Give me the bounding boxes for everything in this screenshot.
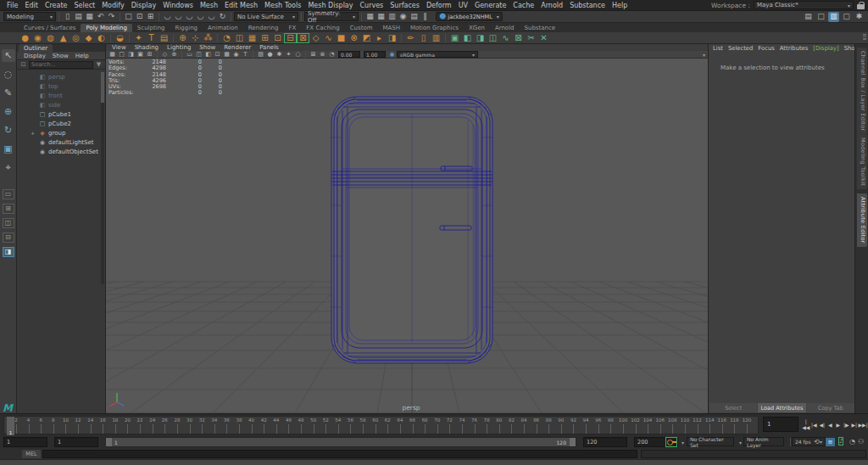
duplicate-face-icon[interactable]: ▸	[373, 33, 386, 43]
playback-start-field[interactable]: 1	[54, 437, 98, 447]
poly-cone-icon[interactable]: ▲	[57, 33, 70, 43]
poly-cylinder-icon[interactable]: ◍	[44, 33, 57, 43]
layout-two-pane-stacked-icon[interactable]: ⊟	[3, 232, 14, 243]
retopologize-icon[interactable]: ⊞	[259, 33, 271, 43]
field-chart-icon[interactable]: ●	[265, 51, 275, 58]
shelf-tab-mash[interactable]: MASH	[378, 24, 406, 32]
range-slider-bar[interactable]: 1 120	[105, 437, 576, 447]
paint-select-tool-icon[interactable]: ✎	[2, 87, 15, 99]
workspace-settings-icon[interactable]: ✱	[854, 12, 865, 22]
shelf-scrollbar[interactable]	[863, 34, 866, 42]
outliner-item-pcube1[interactable]: □pCube1	[17, 109, 105, 119]
mirror-icon[interactable]: ◨	[386, 33, 398, 43]
layout-four-pane-icon[interactable]: ⊞	[3, 204, 14, 214]
reduce-icon[interactable]: ◫	[233, 33, 246, 43]
save-scene-icon[interactable]: ▦	[84, 12, 95, 22]
slide-edge-icon[interactable]: ✕	[537, 33, 550, 43]
multi-cut-icon[interactable]: ◧	[461, 33, 474, 43]
tab-channel-box-layer-editor[interactable]: Channel Box / Layer Editor	[857, 48, 867, 134]
menu-surfaces[interactable]: Surfaces	[387, 2, 423, 9]
lock-camera-icon[interactable]: □	[117, 51, 126, 58]
outliner-tab[interactable]: Outliner	[19, 44, 53, 52]
menu-mesh-display[interactable]: Mesh Display	[304, 2, 356, 9]
sweep-mesh-icon[interactable]: ✦	[132, 33, 145, 43]
ae-menu-display[interactable]: Display	[810, 45, 841, 52]
select-by-hierarchy-icon[interactable]: □	[123, 12, 134, 22]
xray-joints-icon[interactable]: ⊗	[318, 51, 327, 58]
mute-audio-icon[interactable]: ♪	[839, 438, 843, 445]
shelf-tab-poly-modeling[interactable]: Poly Modeling	[81, 24, 131, 32]
outliner-menu-display[interactable]: Display	[20, 53, 49, 59]
select-camera-icon[interactable]: ▦	[108, 51, 117, 58]
viewport-canvas[interactable]	[106, 44, 708, 413]
poly-disc-icon[interactable]: ◐	[95, 33, 108, 43]
undo-icon[interactable]: ↶	[95, 12, 106, 22]
separate-icon[interactable]: ⁂	[202, 33, 214, 43]
menu-set-select[interactable]: Modeling▾	[3, 12, 56, 21]
menu-uv[interactable]: UV	[455, 2, 471, 9]
copy-tab-button[interactable]: Copy Tab	[807, 403, 854, 412]
tab-modeling-toolkit[interactable]: Modeling Toolkit	[857, 134, 867, 189]
light-editor-icon[interactable]: ▤	[409, 12, 420, 22]
menu-create[interactable]: Create	[42, 2, 71, 9]
ae-menu-focus[interactable]: Focus	[755, 45, 776, 52]
snap-to-projected-center-icon[interactable]: ◡	[195, 12, 206, 22]
anim-layer-select[interactable]: No Anim Layer	[743, 437, 784, 446]
outliner-menu-help[interactable]: Help	[72, 53, 92, 59]
redo-icon[interactable]: ↷	[106, 12, 117, 22]
outliner-item-persp[interactable]: ◧persp	[17, 72, 105, 81]
extrude-icon[interactable]: ⊡	[271, 33, 284, 43]
layout-outliner-persp-icon[interactable]: ◨	[3, 247, 14, 257]
offset-edge-loop-icon[interactable]: ◫	[487, 33, 499, 43]
shadows-icon[interactable]: ▦	[222, 51, 231, 58]
new-scene-icon[interactable]: ▯	[62, 12, 73, 22]
live-surface-field[interactable]: No Live Surface▾	[234, 12, 298, 21]
create-polygon-icon[interactable]: ▯	[417, 33, 430, 43]
outliner-item-front[interactable]: ◧front	[17, 91, 105, 100]
outliner-item-group[interactable]: +◈group	[17, 128, 105, 137]
shelf-tab-arnold[interactable]: Arnold	[490, 24, 520, 32]
resolution-gate-icon[interactable]: ✱	[275, 51, 284, 58]
poly-plane-icon[interactable]: ◆	[82, 33, 95, 43]
render-current-frame-icon[interactable]: ▦	[364, 12, 376, 22]
outliner-item-top[interactable]: ◧top	[17, 81, 105, 91]
outliner-item-side[interactable]: ◧side	[17, 100, 105, 109]
step-back-frame-button[interactable]: |◀	[810, 422, 819, 428]
play-backwards-button[interactable]: ◀	[826, 422, 835, 428]
menu-file[interactable]: File	[3, 2, 21, 9]
evaluation-mode-icon[interactable]: ⚇	[858, 438, 864, 445]
remesh-icon[interactable]: ▦	[246, 33, 259, 43]
channel-box-toggle-icon[interactable]: ▢	[841, 12, 852, 22]
menu-substance[interactable]: Substance	[566, 2, 609, 9]
exposure-toggle-icon[interactable]: ◔	[327, 51, 337, 58]
snap-to-view-plane-icon[interactable]: ◡	[206, 12, 217, 22]
svg-tool-icon[interactable]: ▤	[158, 33, 170, 43]
fps-select[interactable]: 24 fps▾	[792, 437, 826, 446]
viewport-panel[interactable]: ViewShadingLightingShowRendererPanels ▦□…	[106, 44, 708, 413]
wireframe-mode-icon[interactable]: ▭	[185, 51, 194, 58]
play-forwards-button[interactable]: ▶	[834, 422, 843, 428]
safe-action-icon[interactable]: ○	[293, 51, 303, 58]
menu-display[interactable]: Display	[128, 2, 160, 9]
snap-to-point-icon[interactable]: ◡	[184, 12, 195, 22]
outliner-item-defaultobjectset[interactable]: ◉defaultObjectSet	[17, 147, 105, 156]
cut-faces-icon[interactable]: ✂	[525, 33, 537, 43]
filter-menu-icon[interactable]: ▼	[95, 61, 103, 69]
chevron-down-icon[interactable]: ▾	[703, 52, 705, 58]
menu-curves[interactable]: Curves	[356, 2, 387, 9]
select-button[interactable]: Select	[709, 403, 757, 412]
filter-box-icon[interactable]: ⊡	[19, 61, 27, 69]
sculpt-mesh-icon[interactable]: ▥	[430, 33, 442, 43]
menu-arnold[interactable]: Arnold	[537, 2, 566, 9]
go-to-end-button[interactable]: ▶▶|	[859, 422, 867, 428]
shelf-tab-xgen[interactable]: XGen	[464, 24, 490, 32]
bookmarks-icon[interactable]: ▣	[136, 51, 145, 58]
rotate-tool-icon[interactable]: ↻	[2, 124, 15, 137]
outliner-scrollbar[interactable]	[101, 72, 104, 284]
poly-cube-icon[interactable]: ◉	[31, 33, 44, 43]
menu-cache[interactable]: Cache	[509, 2, 537, 9]
step-forward-key-button[interactable]: |▶	[843, 422, 851, 428]
menu-mesh[interactable]: Mesh	[197, 2, 221, 9]
load-attributes-button[interactable]: Load Attributes	[758, 403, 805, 412]
shelf-tab-animation[interactable]: Animation	[203, 24, 243, 32]
